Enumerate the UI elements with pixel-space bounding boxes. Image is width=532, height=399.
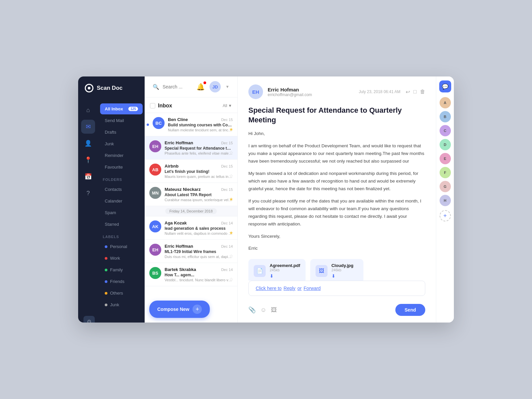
sidebar-item-friends[interactable]: Friends	[100, 276, 143, 287]
unread-dot	[147, 123, 149, 126]
contact-avatar[interactable]: C	[440, 125, 451, 136]
sidebar-item-junk-label[interactable]: Junk	[100, 299, 143, 310]
star-icon[interactable]: ★	[229, 230, 233, 235]
mail-info: Mateusz Nieckarz Dec 15 About Latest TPA…	[165, 187, 233, 202]
app-name: Scan Doc	[97, 85, 122, 91]
sidebar-item-calander[interactable]: Calander	[100, 196, 143, 206]
sidebar-item-starred[interactable]: Starred	[100, 219, 143, 230]
contact-avatar[interactable]: H	[440, 195, 451, 206]
avatar: MN	[149, 187, 161, 199]
sidebar-item-family[interactable]: Family	[100, 264, 143, 275]
mail-info: Ben Cline Dec 15 Build stunning courses …	[168, 117, 233, 132]
sidebar-item-favourite[interactable]: Favourite	[100, 162, 143, 173]
star-icon[interactable]: ☆	[229, 277, 233, 282]
sidebar-item-contacts[interactable]: Contacts	[100, 184, 143, 195]
mail-info: Erric Hoffman Dec 14 ML1-T29 Initial Wir…	[165, 244, 233, 259]
avatar: EH	[149, 140, 161, 152]
mail-item[interactable]: AB Airbnb Dec 15 Let's finish your listi…	[145, 160, 237, 183]
sidebar-item-reminder[interactable]: Reminder	[100, 150, 143, 161]
download-icon[interactable]: ⬇	[270, 273, 300, 279]
reply-icon[interactable]: ↩	[406, 89, 410, 95]
email-date: July 23, 2018 06:41 AM	[359, 89, 400, 94]
star-icon[interactable]: ☆	[229, 173, 233, 179]
search-input[interactable]	[163, 84, 197, 89]
sidebar-item-all-inbox[interactable]: All Inbox 125	[100, 103, 143, 114]
contact-avatar[interactable]: F	[440, 167, 451, 178]
inbox-filter[interactable]: All ▼	[223, 103, 232, 108]
friends-dot	[105, 280, 107, 283]
inbox-panel: 🔍 🔔 JD ▼ Inbox All ▼	[145, 76, 238, 323]
mail-item[interactable]: BS Bartek Skrabka Dec 14 How T... agem..…	[145, 263, 237, 286]
emoji-icon[interactable]: ☺	[260, 307, 266, 314]
avatar: AK	[149, 220, 161, 232]
star-icon[interactable]: ★	[229, 127, 233, 132]
compose-new-button[interactable]: Compose New +	[149, 301, 210, 318]
add-contact-icon[interactable]: +	[440, 210, 451, 221]
settings-button[interactable]: ⚙	[83, 316, 95, 323]
pdf-icon: 📄	[254, 265, 266, 277]
sidebar-main: ⌂ ✉ 👤 📍 📅 ? All Inbox 125 Send Mail Draf…	[78, 100, 145, 311]
sidebar-item-spam[interactable]: Spam	[100, 207, 143, 218]
delete-icon[interactable]: 🗑	[420, 89, 425, 95]
others-dot	[105, 292, 107, 295]
work-dot	[105, 257, 107, 260]
calendar-icon[interactable]: 📅	[81, 170, 95, 184]
sender-info: Erric Hofman errichoffman@gmail.com	[268, 87, 359, 97]
star-icon[interactable]: ☆	[229, 150, 233, 155]
contact-avatar[interactable]: E	[440, 153, 451, 164]
attachments: 📄 Agreement.pdf 245kb ⬇ 🖼 Cloudy.jpg 246…	[248, 259, 425, 281]
avatar: AB	[149, 164, 161, 176]
select-all-checkbox[interactable]	[150, 103, 155, 108]
avatar: BS	[149, 267, 161, 279]
sidebar-item-work[interactable]: Work	[100, 253, 143, 264]
user-avatar[interactable]: JD	[209, 81, 221, 92]
icon-rail: ⌂ ✉ 👤 📍 📅 ?	[78, 100, 98, 311]
email-action-icons: ↩ □ 🗑	[406, 89, 425, 95]
people-icon[interactable]: 👤	[81, 136, 95, 150]
mail-item[interactable]: MN Mateusz Nieckarz Dec 15 About Latest …	[145, 183, 237, 206]
inbox-badge: 125	[128, 107, 138, 111]
junk-dot	[105, 304, 107, 306]
mail-item[interactable]: AK Aga Kozak Dec 14 lead generation & sa…	[145, 216, 237, 240]
contact-avatar[interactable]: D	[440, 139, 451, 150]
home-icon[interactable]: ⌂	[81, 103, 95, 117]
avatar-chevron-icon[interactable]: ▼	[225, 84, 229, 89]
sidebar-nav: All Inbox 125 Send Mail Drafts Junk Remi…	[98, 100, 145, 311]
attachment-item: 📄 Agreement.pdf 245kb ⬇	[248, 259, 306, 281]
sidebar-item-personal[interactable]: Personal	[100, 241, 143, 252]
mail-info: Erric Hoffman Dec 15 Special Request for…	[165, 140, 233, 155]
mail-item[interactable]: BC Ben Cline Dec 15 Build stunning cours…	[145, 113, 237, 136]
sidebar-bottom: ⚙	[78, 311, 145, 323]
star-icon[interactable]: ★	[229, 197, 233, 202]
contact-avatar[interactable]: B	[440, 111, 451, 122]
forward-icon[interactable]: □	[413, 89, 417, 95]
mail-icon[interactable]: ✉	[81, 120, 95, 134]
sidebar-item-drafts[interactable]: Drafts	[100, 127, 143, 138]
header-actions: 🔔 JD ▼	[197, 81, 229, 92]
send-button[interactable]: Send	[395, 304, 425, 316]
location-icon[interactable]: 📍	[81, 153, 95, 167]
sidebar-item-others[interactable]: Others	[100, 288, 143, 299]
app-container: Scan Doc ⌂ ✉ 👤 📍 📅 ? All Inbox 125	[78, 76, 454, 323]
inbox-header: Inbox All ▼	[145, 97, 237, 113]
notification-icon[interactable]: 🔔	[197, 83, 205, 91]
chat-icon[interactable]: 💬	[439, 80, 451, 92]
sender-avatar: EH	[248, 84, 263, 99]
mail-info: Aga Kozak Dec 14 lead generation & sales…	[165, 220, 233, 235]
attachment-icon[interactable]: 📎	[248, 306, 256, 314]
download-icon[interactable]: ⬇	[332, 273, 353, 279]
email-sender-row: EH Erric Hofman errichoffman@gmail.com J…	[248, 84, 425, 99]
image-tool-icon[interactable]: 🖼	[271, 307, 277, 314]
contact-avatar[interactable]: A	[440, 97, 451, 108]
sidebar-item-send-mail[interactable]: Send Mail	[100, 115, 143, 126]
reply-bar[interactable]: Click here to Reply or Forward	[248, 281, 425, 296]
star-icon[interactable]: ☆	[229, 253, 233, 259]
all-inbox-label: All Inbox	[105, 106, 123, 111]
mail-item[interactable]: EH Erric Hoffman Dec 15 Special Request …	[145, 136, 237, 160]
contact-avatar[interactable]: G	[440, 181, 451, 192]
email-subject: Special Request for Attendance to Quarte…	[248, 106, 425, 125]
mail-item[interactable]: EH Erric Hoffman Dec 14 ML1-T29 Initial …	[145, 240, 237, 263]
help-icon[interactable]: ?	[81, 186, 95, 200]
sidebar-item-junk[interactable]: Junk	[100, 138, 143, 149]
reply-toolbar: 📎 ☺ 🖼 Send	[238, 304, 436, 323]
